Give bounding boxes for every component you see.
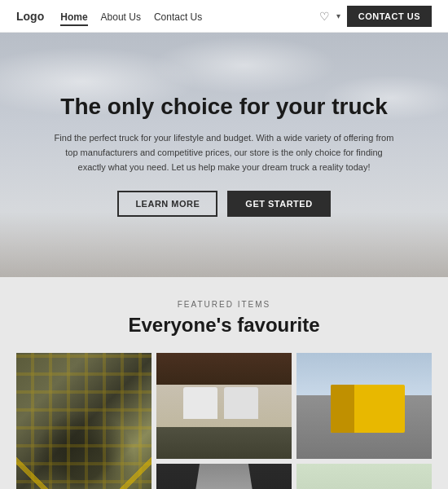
nav-item-contact[interactable]: Contact Us [154, 9, 202, 24]
chevron-down-icon[interactable]: ▾ [336, 11, 340, 20]
nav-right: ♡ ▾ CONTACT US [319, 6, 432, 27]
nav-item-home[interactable]: Home [60, 9, 87, 24]
grid-item-truck-road[interactable] [296, 464, 432, 489]
image-grid [16, 353, 432, 489]
heart-icon[interactable]: ♡ [319, 10, 330, 23]
aerial-image [16, 353, 152, 489]
grid-item-vans[interactable] [156, 353, 292, 459]
grid-item-aerial[interactable] [16, 353, 152, 489]
nav-link-contact[interactable]: Contact Us [154, 11, 202, 23]
grid-item-yellow-truck[interactable] [296, 353, 432, 459]
hero-subtitle: Find the perfect truck for your lifestyl… [53, 131, 395, 174]
yellow-truck-image [296, 353, 432, 459]
learn-more-button[interactable]: LEARN MORE [117, 191, 217, 217]
vans-image [156, 353, 292, 459]
hero-buttons: LEARN MORE GET STARTED [53, 191, 395, 217]
nav-item-about[interactable]: About Us [101, 9, 141, 24]
nav-link-home[interactable]: Home [60, 11, 87, 26]
featured-title: Everyone's favourite [16, 314, 432, 337]
grid-item-corridor[interactable] [156, 464, 292, 489]
corridor-image [156, 464, 292, 489]
hero-title: The only choice for your truck [53, 93, 395, 121]
hero-section: The only choice for your truck Find the … [0, 33, 448, 277]
featured-label: FEATURED ITEMS [16, 300, 432, 309]
nav-link-about[interactable]: About Us [101, 11, 141, 23]
featured-section: FEATURED ITEMS Everyone's favourite [0, 277, 448, 489]
logo: Logo [16, 10, 44, 23]
navbar: Logo Home About Us Contact Us ♡ ▾ CONTAC… [0, 0, 448, 33]
contact-us-button[interactable]: CONTACT US [347, 6, 432, 27]
nav-left: Logo Home About Us Contact Us [16, 9, 202, 24]
truck-road-image [296, 464, 432, 489]
nav-links: Home About Us Contact Us [60, 9, 202, 24]
get-started-button[interactable]: GET STARTED [227, 191, 330, 217]
hero-content: The only choice for your truck Find the … [20, 93, 428, 217]
